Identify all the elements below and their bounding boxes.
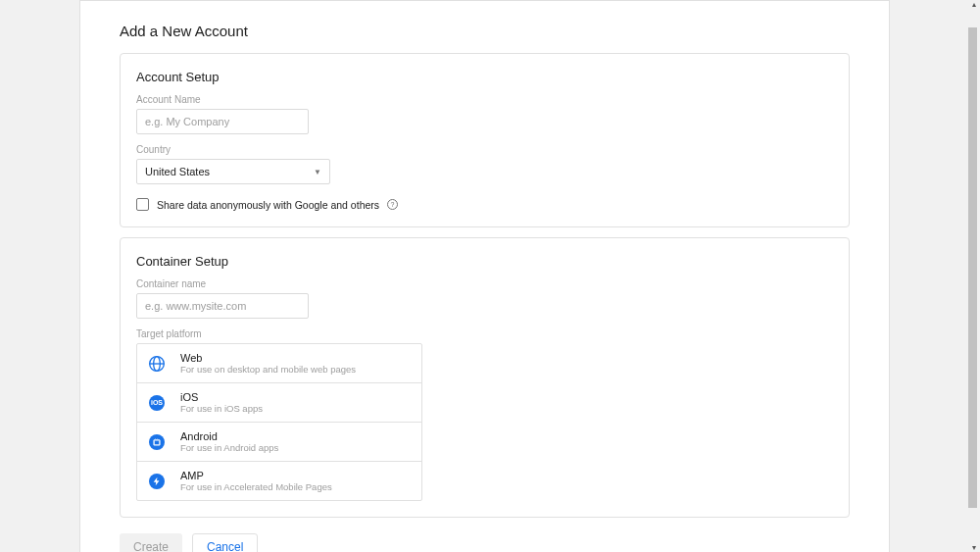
platform-name: Web	[180, 352, 356, 364]
main-panel: Add a New Account Account Setup Account …	[79, 0, 890, 552]
scroll-down-icon[interactable]: ▾	[972, 543, 976, 552]
country-value: United States	[145, 166, 210, 177]
button-row: Create Cancel	[120, 533, 889, 552]
platform-android-text: Android For use in Android apps	[180, 430, 278, 453]
create-button[interactable]: Create	[120, 533, 182, 552]
platform-name: Android	[180, 430, 278, 442]
container-name-group: Container name	[136, 278, 833, 319]
share-data-checkbox[interactable]	[136, 198, 149, 211]
page-title: Add a New Account	[80, 17, 889, 53]
share-data-label: Share data anonymously with Google and o…	[157, 199, 379, 211]
platform-ios[interactable]: iOS iOS For use in iOS apps	[137, 383, 421, 423]
platform-amp[interactable]: AMP For use in Accelerated Mobile Pages	[137, 462, 421, 500]
amp-icon	[149, 474, 165, 489]
platform-name: AMP	[180, 470, 332, 481]
cancel-button[interactable]: Cancel	[192, 533, 258, 552]
share-data-row: Share data anonymously with Google and o…	[136, 198, 833, 211]
platform-web-text: Web For use on desktop and mobile web pa…	[180, 352, 356, 375]
platform-desc: For use in Accelerated Mobile Pages	[180, 481, 332, 492]
scroll-thumb[interactable]	[968, 27, 977, 508]
platform-ios-text: iOS For use in iOS apps	[180, 391, 263, 414]
platform-desc: For use in iOS apps	[180, 403, 263, 414]
chevron-down-icon: ▼	[314, 168, 321, 176]
country-label: Country	[136, 144, 833, 155]
platform-desc: For use on desktop and mobile web pages	[180, 364, 356, 375]
platform-amp-text: AMP For use in Accelerated Mobile Pages	[180, 470, 332, 492]
platform-android[interactable]: Android For use in Android apps	[137, 423, 421, 462]
country-group: Country United States ▼	[136, 144, 833, 184]
target-platform-label: Target platform	[136, 328, 833, 339]
account-setup-title: Account Setup	[136, 70, 833, 84]
globe-icon	[149, 356, 165, 372]
container-setup-card: Container Setup Container name Target pl…	[120, 237, 850, 518]
container-name-input[interactable]	[136, 293, 309, 319]
container-name-label: Container name	[136, 278, 833, 289]
android-icon	[149, 434, 165, 450]
account-setup-card: Account Setup Account Name Country Unite…	[120, 53, 850, 227]
scrollbar[interactable]: ▴ ▾	[968, 0, 977, 552]
platform-desc: For use in Android apps	[180, 442, 278, 453]
container-setup-title: Container Setup	[136, 254, 833, 269]
ios-icon: iOS	[149, 395, 165, 411]
account-name-group: Account Name	[136, 94, 833, 134]
scroll-up-icon[interactable]: ▴	[972, 0, 976, 9]
account-name-input[interactable]	[136, 109, 309, 134]
platform-web[interactable]: Web For use on desktop and mobile web pa…	[137, 344, 421, 383]
platform-name: iOS	[180, 391, 263, 403]
country-select[interactable]: United States ▼	[136, 159, 330, 184]
platform-list: Web For use on desktop and mobile web pa…	[136, 343, 422, 501]
help-icon[interactable]: ?	[387, 199, 398, 210]
account-name-label: Account Name	[136, 94, 833, 105]
